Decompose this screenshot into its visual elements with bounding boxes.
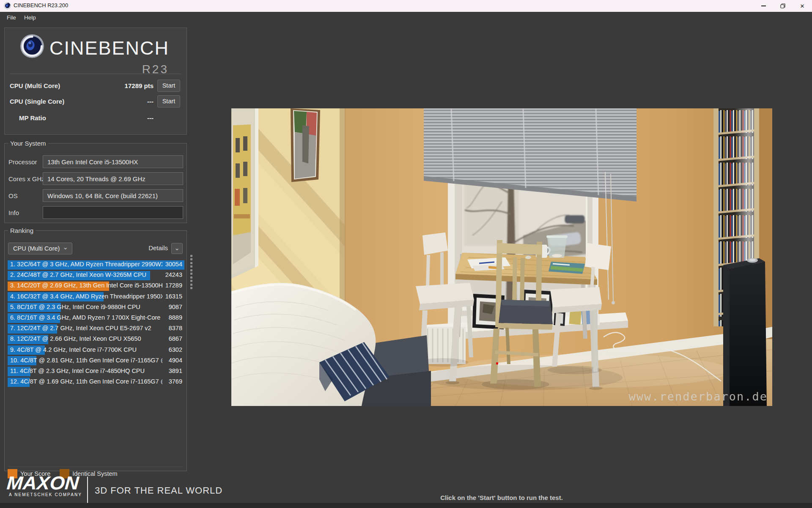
ranking-row-value: 30054	[165, 261, 182, 268]
ranking-row-value: 4904	[169, 357, 182, 364]
ranking-row[interactable]: 4. 16C/32T @ 3.4 GHz, AMD Ryzen Threadri…	[8, 292, 184, 302]
restore-icon	[780, 3, 785, 8]
ranking-row[interactable]: 6. 8C/16T @ 3.4 GHz, AMD Ryzen 7 1700X E…	[8, 313, 184, 323]
ranking-scrollbar[interactable]	[189, 253, 193, 291]
close-button[interactable]: ✕	[793, 0, 812, 12]
system-row-processor: Processor	[5, 155, 187, 168]
ranking-row[interactable]: 9. 4C/8T @ 4.2 GHz, Intel Core i7-7700K …	[8, 345, 184, 356]
ranking-row[interactable]: 8. 12C/24T @ 2.66 GHz, Intel Xeon CPU X5…	[8, 334, 184, 345]
status-text: Click on the 'Start' button to run the t…	[440, 494, 563, 501]
cinebench-logo-icon	[20, 34, 44, 60]
ranking-row[interactable]: 7. 12C/24T @ 2.7 GHz, Intel Xeon CPU E5-…	[8, 323, 184, 334]
ranking-row-value: 8889	[169, 314, 182, 321]
ranking-row-label: 3. 14C/20T @ 2.69 GHz, 13th Gen Intel Co…	[10, 282, 162, 289]
ranking-row-label: 1. 32C/64T @ 3 GHz, AMD Ryzen Threadripp…	[10, 261, 162, 268]
ranking-row-label: 2. 24C/48T @ 2.7 GHz, Intel Xeon W-3265M…	[10, 271, 162, 278]
render-preview: www.renderbaron.de	[231, 108, 772, 406]
benchmark-row-singlecore: CPU (Single Core) --- Start	[5, 95, 187, 108]
start-multicore-button[interactable]: Start	[157, 80, 180, 92]
ranking-panel: Ranking CPU (Multi Core) ⌄ Details ⌄ 1. …	[4, 227, 187, 471]
app-icon	[4, 2, 11, 11]
menu-bar: File Help	[0, 12, 812, 25]
divider	[8, 467, 183, 467]
cinebench-version: R23	[142, 63, 169, 76]
your-system-legend: Your System	[8, 140, 48, 147]
details-label: Details	[148, 244, 168, 251]
ranking-row-label: 8. 12C/24T @ 2.66 GHz, Intel Xeon CPU X5…	[10, 335, 162, 342]
maxon-brand: MAXON	[6, 473, 85, 493]
ranking-row-label: 11. 4C/8T @ 2.3 GHz, Intel Core i7-4850H…	[10, 367, 162, 374]
ranking-row-label: 4. 16C/32T @ 3.4 GHz, AMD Ryzen Threadri…	[10, 293, 162, 300]
ranking-row-label: 5. 8C/16T @ 2.3 GHz, Intel Core i9-9880H…	[10, 304, 162, 310]
ranking-legend-title: Ranking	[8, 227, 36, 234]
minimize-button[interactable]	[754, 0, 773, 12]
glass-reflection	[735, 108, 755, 264]
footer-divider	[87, 477, 88, 503]
ranking-row[interactable]: 11. 4C/8T @ 2.3 GHz, Intel Core i7-4850H…	[8, 366, 184, 377]
system-row-os: OS	[5, 189, 187, 202]
field-label: Info	[8, 209, 19, 216]
maxon-logo: MAXON A NEMETSCHEK COMPANY	[7, 473, 82, 497]
ranking-row-value: 8378	[169, 325, 182, 331]
title-bar: CINEBENCH R23.200 ✕	[0, 0, 812, 12]
render-marker	[496, 362, 498, 364]
maximize-button[interactable]	[773, 0, 793, 12]
menu-file[interactable]: File	[7, 14, 16, 21]
benchmark-label: CPU (Single Core)	[10, 98, 64, 105]
ranking-row-value: 3891	[169, 367, 182, 374]
info-field[interactable]	[43, 206, 183, 219]
painting-small	[291, 108, 320, 182]
window-title: CINEBENCH R23.200	[14, 2, 68, 8]
ranking-row-value: 16315	[165, 293, 182, 300]
speaker	[723, 258, 767, 406]
watermark: www.renderbaron.de	[628, 390, 768, 403]
benchmark-score: ---	[147, 114, 154, 121]
chevron-down-icon: ⌄	[63, 242, 68, 253]
menu-help[interactable]: Help	[24, 14, 36, 21]
divider	[10, 74, 181, 74]
your-system-panel: Your System Processor Cores x GHz OS Inf…	[4, 140, 187, 223]
ranking-row[interactable]: 12. 4C/8T @ 1.69 GHz, 11th Gen Intel Cor…	[8, 377, 184, 387]
ranking-row-label: 9. 4C/8T @ 4.2 GHz, Intel Core i7-7700K …	[10, 346, 162, 353]
ranking-row[interactable]: 1. 32C/64T @ 3 GHz, AMD Ryzen Threadripp…	[8, 260, 184, 270]
processor-field[interactable]	[43, 155, 183, 168]
benchmark-row-mpratio: MP Ratio ---	[5, 112, 187, 124]
footer-tagline: 3D FOR THE REAL WORLD	[95, 485, 222, 496]
cores-field[interactable]	[43, 172, 183, 185]
benchmark-score: 17289 pts	[125, 82, 154, 89]
field-label: Cores x GHz	[8, 175, 45, 182]
ranking-row[interactable]: 10. 4C/8T @ 2.81 GHz, 11th Gen Intel Cor…	[8, 356, 184, 366]
painting-large	[231, 108, 258, 279]
os-field[interactable]	[43, 189, 183, 202]
ranking-row[interactable]: 5. 8C/16T @ 2.3 GHz, Intel Core i9-9880H…	[8, 302, 184, 313]
ranking-row-label: 6. 8C/16T @ 3.4 GHz, AMD Ryzen 7 1700X E…	[10, 314, 162, 321]
ranking-row-label: 12. 4C/8T @ 1.69 GHz, 11th Gen Intel Cor…	[10, 378, 162, 385]
start-singlecore-button[interactable]: Start	[157, 95, 180, 108]
benchmark-score: ---	[147, 98, 154, 105]
bottom-strip	[0, 503, 812, 508]
benchmark-label: CPU (Multi Core)	[10, 82, 60, 89]
ranking-filter-dropdown[interactable]: CPU (Multi Core) ⌄	[8, 243, 72, 254]
ranking-row-label: 10. 4C/8T @ 2.81 GHz, 11th Gen Intel Cor…	[10, 357, 162, 364]
benchmark-row-multicore: CPU (Multi Core) 17289 pts Start	[5, 80, 187, 92]
benchmark-label: MP Ratio	[19, 114, 46, 121]
system-row-info: Info	[5, 206, 187, 219]
cinebench-title: CINEBENCH	[49, 37, 169, 59]
details-dropdown-button[interactable]: ⌄	[171, 243, 183, 254]
field-label: OS	[8, 192, 18, 199]
ranking-row[interactable]: 3. 14C/20T @ 2.69 GHz, 13th Gen Intel Co…	[8, 281, 184, 291]
system-row-cores: Cores x GHz	[5, 172, 187, 185]
field-label: Processor	[8, 158, 37, 166]
ranking-row-value: 6867	[169, 335, 182, 342]
ranking-row-value: 24243	[165, 271, 182, 278]
scores-panel: CINEBENCH R23 CPU (Multi Core) 17289 pts…	[4, 28, 187, 135]
ranking-row-value: 6302	[169, 346, 182, 353]
ranking-row[interactable]: 2. 24C/48T @ 2.7 GHz, Intel Xeon W-3265M…	[8, 270, 184, 281]
ranking-row-value: 9087	[169, 304, 182, 310]
ranking-row-label: 7. 12C/24T @ 2.7 GHz, Intel Xeon CPU E5-…	[10, 325, 162, 331]
ranking-row-value: 3769	[169, 378, 182, 385]
ranking-row-value: 17289	[165, 282, 182, 289]
ranking-list: 1. 32C/64T @ 3 GHz, AMD Ryzen Threadripp…	[8, 260, 184, 388]
ranking-filter-value: CPU (Multi Core)	[13, 245, 60, 252]
